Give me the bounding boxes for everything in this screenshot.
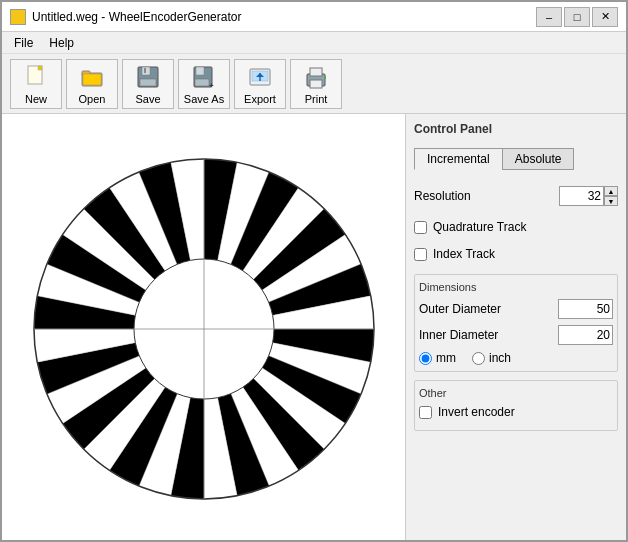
main-area: Control Panel Incremental Absolute Resol… (2, 114, 626, 542)
resolution-row: Resolution ▲ ▼ (414, 186, 618, 206)
invert-encoder-row: Invert encoder (419, 405, 613, 419)
invert-encoder-label: Invert encoder (438, 405, 515, 419)
print-button[interactable]: Print (290, 59, 342, 109)
svg-rect-22 (324, 76, 326, 79)
svg-rect-9 (140, 79, 156, 86)
outer-diameter-row: Outer Diameter (419, 299, 613, 319)
inner-diameter-row: Inner Diameter (419, 325, 613, 345)
quadrature-track-label: Quadrature Track (433, 220, 526, 234)
inch-option: inch (472, 351, 511, 365)
new-label: New (25, 93, 47, 105)
title-bar: Untitled.weg - WheelEncoderGenerator – □… (2, 2, 626, 32)
menu-file[interactable]: File (6, 34, 41, 52)
svg-rect-13 (195, 79, 209, 86)
save-as-label: Save As (184, 93, 224, 105)
resolution-spinbox[interactable]: ▲ ▼ (559, 186, 618, 206)
dimensions-title: Dimensions (419, 281, 613, 293)
inner-diameter-input[interactable] (558, 325, 613, 345)
canvas-area (2, 114, 406, 542)
save-as-button[interactable]: + Save As (178, 59, 230, 109)
open-icon (78, 63, 106, 91)
inch-radio[interactable] (472, 352, 485, 365)
quadrature-track-checkbox[interactable] (414, 221, 427, 234)
inch-label: inch (489, 351, 511, 365)
toolbar: New Open Save + (2, 54, 626, 114)
maximize-button[interactable]: □ (564, 7, 590, 27)
app-icon (10, 9, 26, 25)
mm-label: mm (436, 351, 456, 365)
wheel-container (24, 149, 384, 509)
svg-rect-12 (196, 67, 204, 75)
title-bar-left: Untitled.weg - WheelEncoderGenerator (10, 9, 241, 25)
index-track-label: Index Track (433, 247, 495, 261)
encoder-wheel-canvas (24, 149, 384, 509)
resolution-increment-button[interactable]: ▲ (604, 186, 618, 196)
mm-option: mm (419, 351, 456, 365)
other-title: Other (419, 387, 613, 399)
minimize-button[interactable]: – (536, 7, 562, 27)
export-label: Export (244, 93, 276, 105)
menu-bar: File Help (2, 32, 626, 54)
export-button[interactable]: Export (234, 59, 286, 109)
tab-absolute[interactable]: Absolute (502, 148, 575, 170)
save-icon (134, 63, 162, 91)
open-button[interactable]: Open (66, 59, 118, 109)
print-label: Print (305, 93, 328, 105)
outer-diameter-label: Outer Diameter (419, 302, 501, 316)
index-track-row: Index Track (414, 247, 618, 261)
mm-radio[interactable] (419, 352, 432, 365)
export-icon (246, 63, 274, 91)
index-track-checkbox[interactable] (414, 248, 427, 261)
svg-text:+: + (209, 81, 214, 90)
tab-incremental[interactable]: Incremental (414, 148, 502, 170)
dimensions-section: Dimensions Outer Diameter Inner Diameter… (414, 274, 618, 372)
mode-tabs: Incremental Absolute (414, 148, 618, 170)
menu-help[interactable]: Help (41, 34, 82, 52)
svg-rect-21 (310, 80, 322, 88)
control-panel: Control Panel Incremental Absolute Resol… (406, 114, 626, 542)
save-button[interactable]: Save (122, 59, 174, 109)
panel-title: Control Panel (414, 122, 618, 136)
resolution-label: Resolution (414, 189, 471, 203)
window-title: Untitled.weg - WheelEncoderGenerator (32, 10, 241, 24)
other-section: Other Invert encoder (414, 380, 618, 431)
resolution-decrement-button[interactable]: ▼ (604, 196, 618, 206)
inner-diameter-label: Inner Diameter (419, 328, 498, 342)
print-icon (302, 63, 330, 91)
new-icon (22, 63, 50, 91)
save-label: Save (135, 93, 160, 105)
outer-diameter-input[interactable] (558, 299, 613, 319)
resolution-spinbox-buttons: ▲ ▼ (604, 186, 618, 206)
quadrature-track-row: Quadrature Track (414, 220, 618, 234)
window-controls[interactable]: – □ ✕ (536, 7, 618, 27)
new-button[interactable]: New (10, 59, 62, 109)
invert-encoder-checkbox[interactable] (419, 406, 432, 419)
open-label: Open (79, 93, 106, 105)
svg-rect-10 (144, 68, 146, 73)
svg-rect-6 (83, 74, 101, 85)
unit-radio-row: mm inch (419, 351, 613, 365)
resolution-input[interactable] (559, 186, 604, 206)
svg-rect-20 (310, 68, 322, 76)
save-as-icon: + (190, 63, 218, 91)
close-button[interactable]: ✕ (592, 7, 618, 27)
